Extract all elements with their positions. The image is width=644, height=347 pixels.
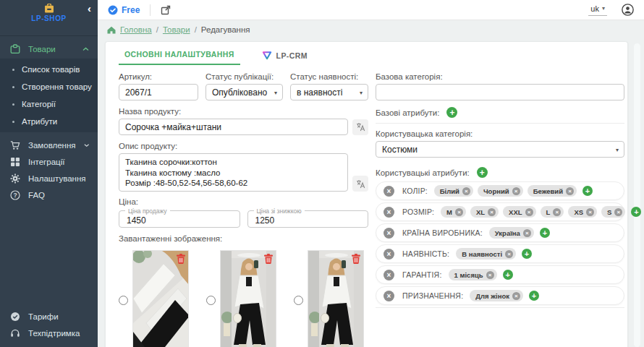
base-category-input[interactable] [376,84,624,100]
attribute-value-chip: Білий × [434,185,473,197]
remove-attribute-icon[interactable]: × [384,249,394,260]
language-select[interactable]: uk ▾ [588,4,607,16]
add-value-icon[interactable]: + [522,249,532,259]
breadcrumb: Головна / Товари / Редагування [98,20,644,39]
remove-value-icon[interactable]: × [512,187,520,195]
description-textarea[interactable]: Тканина сорочки:коттон Тканина костюму :… [119,153,348,192]
remove-attribute-icon[interactable]: × [384,207,394,218]
sidebar-item-settings[interactable]: Налаштування [0,170,98,187]
attribute-name: КОЛІР: [402,187,428,195]
availability-status-label: Статус наявності: [290,72,368,81]
main-image-radio[interactable] [119,296,128,305]
delete-image-icon[interactable] [264,254,273,264]
base-attributes-label: Базові атрибути: [376,108,439,117]
sidebar-item-categories[interactable]: Категорії [0,95,98,113]
delete-image-icon[interactable] [177,254,185,264]
discount-price-field[interactable]: Ціна зі знижкою 1250 [247,210,369,228]
caret-down-icon: ▾ [360,90,363,96]
translate-button[interactable] [352,119,368,135]
sidebar-item-product-list[interactable]: Список товарів [0,61,98,78]
attribute-value-chip: M × [441,206,466,218]
remove-value-icon[interactable]: × [614,208,622,216]
attribute-name: КРАЇНА ВИРОБНИКА: [402,228,483,237]
sale-price-field[interactable]: Ціна продажу 1450 [119,210,240,228]
account-button[interactable] [622,4,634,16]
image-row-1 [119,250,368,347]
custom-category-select[interactable]: Костюми ▾ [376,141,624,158]
attribute-values: В наявності × [456,248,516,260]
chip-label: XL [476,208,485,216]
remove-value-icon[interactable]: × [586,208,594,216]
remove-value-icon[interactable]: × [455,208,463,216]
product-edit-card: ОСНОВНІ НАЛАШТУВАННЯ LP-CRM Артикул: Ста… [105,41,628,347]
attribute-value-chip: Для жінок × [470,290,523,301]
remove-attribute-icon[interactable]: × [384,270,394,280]
caret-down-icon: ▾ [602,5,605,12]
add-value-icon[interactable]: + [540,228,550,238]
description-label: Опис продукту: [119,142,368,150]
publication-status-select[interactable]: Опубліковано ▾ [206,84,283,100]
headset-icon [10,328,20,338]
product-name-input[interactable] [119,119,348,135]
add-value-icon[interactable]: + [582,186,593,196]
remove-value-icon[interactable]: × [488,208,496,216]
remove-attribute-icon[interactable]: × [384,291,394,301]
remove-value-icon[interactable]: × [553,208,561,216]
chevron-up-icon [82,47,89,51]
product-photo [308,251,364,347]
bullet-icon [12,69,14,71]
breadcrumb-products[interactable]: Товари [163,25,190,34]
remove-attribute-icon[interactable]: × [384,228,394,239]
sidebar-item-faq[interactable]: ? FAQ [0,187,98,203]
sku-input[interactable] [119,84,198,100]
custom-attributes-list: × КОЛІР: Білий × Чорний × Бежевий × + × … [376,181,624,305]
plan-badge[interactable]: Free [108,5,140,15]
logo: LP-SHOP ‹ [0,0,98,36]
chip-label: Білий [440,187,459,195]
remove-value-icon[interactable]: × [525,208,533,216]
custom-category-label: Користувацька категорія: [376,129,624,138]
verified-icon [108,5,118,15]
sidebar-item-products[interactable]: Товари [0,40,98,59]
product-photo [221,251,276,347]
sidebar-item-attributes[interactable]: Атрибути [0,113,98,130]
sidebar-item-orders[interactable]: Замовлення [0,137,98,153]
external-link-icon[interactable] [161,5,171,15]
remove-value-icon[interactable]: × [566,187,574,195]
tab-lp-crm[interactable]: LP-CRM [256,51,313,65]
add-base-attribute-button[interactable]: + [446,107,457,118]
add-custom-attribute-button[interactable]: + [477,167,488,178]
bullet-icon [12,121,14,123]
sidebar-collapse-icon[interactable]: ‹ [88,4,91,14]
sidebar-item-tariffs[interactable]: Тарифи [0,308,98,325]
availability-status-select[interactable]: в наявності ▾ [290,84,368,100]
add-value-icon[interactable]: + [529,291,539,301]
sidebar-item-support[interactable]: Техпідтримка [0,325,98,341]
attribute-value-chip: Бежевий × [528,185,577,197]
sidebar-item-product-create[interactable]: Створення товару [0,78,98,95]
svg-text:?: ? [13,192,17,199]
main-image-radio[interactable] [206,296,216,305]
tab-main-settings[interactable]: ОСНОВНІ НАЛАШТУВАННЯ [119,50,240,65]
remove-value-icon[interactable]: × [505,250,513,258]
remove-value-icon[interactable]: × [462,187,470,195]
attribute-row: × РОЗМІР: M × XL × XXL × L × XS × S × + [376,202,624,221]
main-image-radio[interactable] [294,296,303,305]
delete-image-icon[interactable] [352,254,360,264]
chip-label: Бежевий [533,187,563,195]
remove-value-icon[interactable]: × [486,271,494,279]
divider [376,123,624,124]
attribute-value-chip: 1 місяць × [449,269,497,280]
publication-status-label: Статус публікації: [206,72,283,81]
remove-value-icon[interactable]: × [523,229,531,237]
question-icon: ? [10,190,20,200]
sidebar-item-integrations[interactable]: Інтеграції [0,153,98,170]
attribute-row: × КОЛІР: Білий × Чорний × Бежевий × + [376,181,624,200]
add-value-icon[interactable]: + [503,270,513,280]
scrollbar[interactable] [634,43,640,347]
remove-attribute-icon[interactable]: × [384,186,394,197]
chip-label: L [546,208,551,216]
remove-value-icon[interactable]: × [512,292,520,300]
breadcrumb-home[interactable]: Головна [120,25,152,34]
translate-button[interactable] [352,176,368,192]
